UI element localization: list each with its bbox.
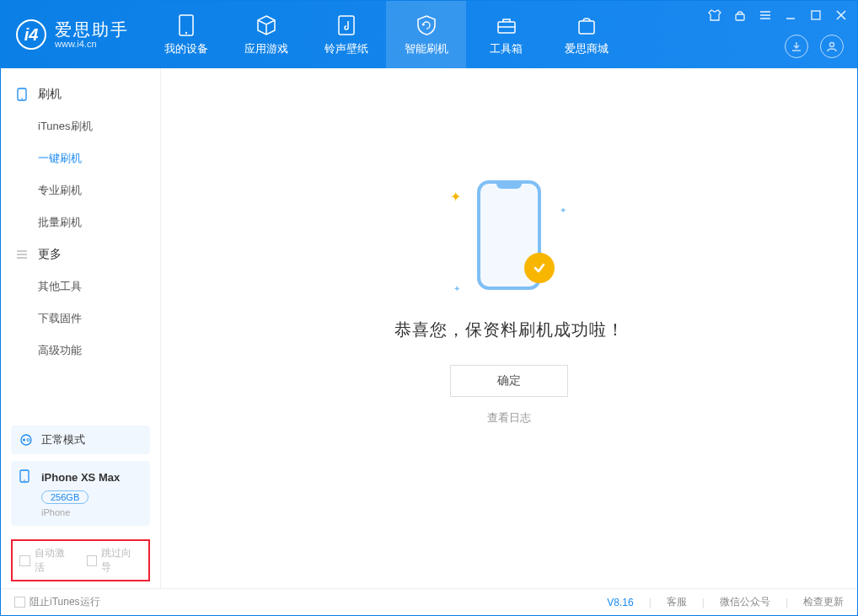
sparkle-icon: ✦ [560,206,566,215]
phone-icon [19,469,35,485]
list-icon [14,249,29,260]
nav-tabs: 我的设备 应用游戏 铃声壁纸 智能刷机 [146,1,626,68]
checkbox-skip-guide[interactable]: 跳过向导 [87,546,142,575]
checkbox-block-itunes[interactable]: 阻止iTunes运行 [14,595,100,609]
device-name: iPhone XS Max [41,471,120,484]
app-window: i4 爱思助手 www.i4.cn 我的设备 应用游戏 [0,0,858,616]
phone-icon [14,88,29,101]
sidebar-section-flash: 刷机 [1,78,160,110]
app-name: 爱思助手 [55,20,129,39]
lock-icon[interactable] [731,6,749,24]
nav-tab-flash[interactable]: 智能刷机 [386,1,466,68]
sidebar-item-itunes-flash[interactable]: iTunes刷机 [1,110,160,142]
maximize-icon[interactable] [807,6,825,24]
svg-point-7 [830,43,834,47]
sparkle-icon: ✦ [453,284,460,293]
checkbox-icon [14,597,25,608]
version-label: V8.16 [607,597,633,608]
success-message: 恭喜您，保资料刷机成功啦！ [394,319,625,341]
nav-tab-device[interactable]: 我的设备 [146,1,226,68]
main-content: ✦ ✦ ✦ 恭喜您，保资料刷机成功啦！ 确定 查看日志 [161,68,857,588]
download-icon[interactable] [785,35,808,58]
shield-refresh-icon [416,13,437,38]
sidebar-item-advanced[interactable]: 高级功能 [1,335,160,367]
view-log-link[interactable]: 查看日志 [487,410,531,426]
title-bar: i4 爱思助手 www.i4.cn 我的设备 应用游戏 [1,1,857,68]
bag-icon [576,13,597,38]
mode-icon [19,433,35,447]
svg-rect-5 [736,14,744,20]
svg-rect-6 [812,11,820,19]
nav-tab-store[interactable]: 爱思商城 [546,1,626,68]
app-url: www.i4.cn [55,39,129,49]
sidebar-section-more: 更多 [1,238,160,271]
confirm-button[interactable]: 确定 [450,365,568,397]
sidebar-item-other-tools[interactable]: 其他工具 [1,271,160,303]
window-controls [705,6,850,24]
highlighted-checkbox-row: 自动激活 跳过向导 [11,539,150,581]
nav-tab-toolbox[interactable]: 工具箱 [466,1,546,68]
nav-tab-ringtone[interactable]: 铃声壁纸 [306,1,386,68]
svg-rect-4 [579,21,594,34]
device-box[interactable]: iPhone XS Max 256GB iPhone [11,461,150,526]
svg-point-1 [185,32,186,34]
device-type: iPhone [41,507,142,517]
user-icon[interactable] [820,35,844,58]
sidebar-item-pro-flash[interactable]: 专业刷机 [1,174,160,206]
status-link-wechat[interactable]: 微信公众号 [720,595,770,609]
logo-icon: i4 [16,19,46,50]
checkbox-icon [19,555,30,566]
status-link-update[interactable]: 检查更新 [803,595,844,609]
svg-rect-2 [339,16,354,35]
cube-icon [255,13,277,38]
sparkle-icon: ✦ [450,189,461,205]
svg-point-11 [23,439,25,442]
menu-icon[interactable] [756,6,775,24]
checkbox-icon [87,555,98,566]
body-area: 刷机 iTunes刷机 一键刷机 专业刷机 批量刷机 更多 其他工具 下载固件 … [1,68,857,588]
mode-box[interactable]: 正常模式 [11,426,150,454]
success-illustration: ✦ ✦ ✦ [458,180,560,298]
shirt-icon[interactable] [705,6,724,24]
minimize-icon[interactable] [781,6,800,24]
nav-tab-apps[interactable]: 应用游戏 [226,1,306,68]
checkbox-auto-activate[interactable]: 自动激活 [19,546,75,575]
sidebar-item-batch-flash[interactable]: 批量刷机 [1,206,160,238]
svg-point-12 [27,439,29,442]
music-doc-icon [337,13,356,38]
logo-area: i4 爱思助手 www.i4.cn [1,1,146,68]
sidebar-item-download-firmware[interactable]: 下载固件 [1,303,160,335]
toolbox-icon [496,13,517,38]
svg-point-14 [24,479,25,481]
device-capacity: 256GB [41,490,88,504]
status-link-support[interactable]: 客服 [667,595,687,609]
close-icon[interactable] [832,6,850,24]
svg-point-9 [21,98,23,99]
device-icon [179,13,194,38]
sidebar: 刷机 iTunes刷机 一键刷机 专业刷机 批量刷机 更多 其他工具 下载固件 … [1,68,161,588]
header-right-icons [785,35,844,58]
mode-label: 正常模式 [41,432,85,447]
sidebar-item-oneclick-flash[interactable]: 一键刷机 [1,142,160,174]
status-bar: 阻止iTunes运行 V8.16 | 客服 | 微信公众号 | 检查更新 [1,588,857,615]
check-circle-icon [524,253,555,283]
